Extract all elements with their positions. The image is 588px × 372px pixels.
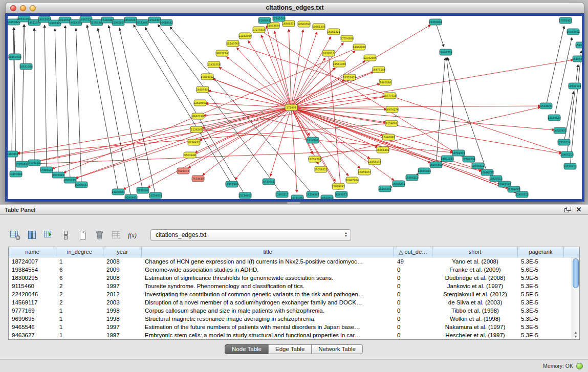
graph-node[interactable]: 8033041 xyxy=(263,179,275,185)
table-cell-short[interactable]: Dudbridge et al. (2008) xyxy=(432,274,518,282)
table-mode-button[interactable] xyxy=(8,228,22,242)
table-cell-out_degree[interactable]: 0 xyxy=(394,323,432,331)
graph-node[interactable]: 14052193 xyxy=(441,156,453,162)
table-cell-year[interactable]: 2008 xyxy=(103,257,142,266)
graph-node[interactable]: 10950431 xyxy=(75,182,88,188)
graph-edge[interactable] xyxy=(24,25,26,67)
graph-node[interactable]: 1914545 xyxy=(307,137,319,143)
table-cell-pagerank[interactable]: 5.3E-5 xyxy=(518,257,564,266)
graph-node[interactable]: 12610651 xyxy=(193,100,206,106)
table-cell-out_degree[interactable]: 0 xyxy=(394,274,432,282)
graph-edge[interactable] xyxy=(227,57,291,107)
table-cell-pagerank[interactable]: 5.9E-5 xyxy=(518,274,564,282)
graph-node[interactable]: 15440981 xyxy=(382,134,395,140)
graph-edge[interactable] xyxy=(291,96,384,107)
table-cell-out_degree[interactable]: 0 xyxy=(394,331,432,339)
table-cell-out_degree[interactable]: 0 xyxy=(394,290,432,298)
graph-node[interactable]: 1593805 xyxy=(540,103,552,109)
graph-node[interactable]: 11431058 xyxy=(207,61,220,68)
close-panel-button[interactable]: ✕ xyxy=(574,206,583,214)
graph-edge[interactable] xyxy=(546,26,564,106)
graph-node[interactable]: 11542307 xyxy=(148,17,161,23)
graph-node[interactable]: 16961321 xyxy=(327,29,340,35)
table-row[interactable]: 1830029562008Estimation of significance … xyxy=(9,274,572,282)
graph-node[interactable]: 19861305 xyxy=(312,24,325,30)
table-cell-in_degree[interactable]: 6 xyxy=(56,266,103,274)
graph-node[interactable]: 10451943 xyxy=(225,181,238,187)
graph-node[interactable]: 19131452 xyxy=(291,195,303,199)
graph-edge[interactable] xyxy=(219,67,291,107)
graph-node[interactable]: 15056512 xyxy=(314,166,327,172)
graph-node[interactable]: 16474276 xyxy=(385,106,398,113)
graph-node[interactable]: 10245301 xyxy=(378,186,391,192)
table-cell-title[interactable]: Estimation of significance thresholds fo… xyxy=(142,274,394,282)
window-titlebar[interactable]: citations_edges.txt xyxy=(5,2,584,13)
graph-node[interactable]: 17275810 xyxy=(252,27,265,33)
graph-edge[interactable] xyxy=(266,26,291,107)
graph-node[interactable]: 18958574 xyxy=(368,159,381,165)
graph-node[interactable]: 19648274 xyxy=(439,49,452,55)
graph-edge[interactable] xyxy=(291,107,554,130)
table-row[interactable]: 969969511998Structural magnetic resonanc… xyxy=(9,315,572,323)
table-cell-in_degree[interactable]: 2 xyxy=(56,282,103,290)
graph-node[interactable]: 20531008 xyxy=(19,63,32,70)
graph-edge[interactable] xyxy=(289,29,291,107)
table-cell-in_degree[interactable]: 1 xyxy=(56,315,103,323)
graph-node[interactable]: 10834012 xyxy=(201,74,213,80)
graph-node[interactable]: 8183041 xyxy=(258,17,271,24)
graph-node[interactable]: 7485086 xyxy=(379,79,391,85)
graph-node[interactable]: 16945201 xyxy=(392,181,405,187)
table-cell-short[interactable]: Tibbo et al. (1998) xyxy=(432,307,518,315)
graph-edge[interactable] xyxy=(208,91,291,107)
table-cell-in_degree[interactable]: 2 xyxy=(56,290,103,298)
table-cell-title[interactable]: Changes of HCN gene expression and I(f) … xyxy=(142,257,394,266)
graph-edge[interactable] xyxy=(291,25,431,107)
graph-edge[interactable] xyxy=(291,107,509,187)
create-column-button[interactable] xyxy=(42,228,56,242)
graph-node[interactable]: 12054791 xyxy=(308,156,321,162)
table-cell-year[interactable]: 2003 xyxy=(103,298,142,307)
graph-edge[interactable] xyxy=(119,28,156,195)
graph-edge[interactable] xyxy=(291,107,561,154)
graph-edge[interactable] xyxy=(55,29,58,175)
graph-node[interactable]: 17210554 xyxy=(557,139,570,145)
tab-edge-table[interactable]: Edge Table xyxy=(268,344,312,354)
graph-edge[interactable] xyxy=(291,107,297,192)
table-cell-in_degree[interactable]: 1 xyxy=(56,331,103,339)
graph-node[interactable]: 14520931 xyxy=(553,127,566,134)
column-header-title[interactable]: title xyxy=(142,247,394,257)
table-cell-short[interactable]: Nakamura et al. (1997) xyxy=(432,323,518,331)
graph-edge[interactable] xyxy=(291,61,365,107)
table-row[interactable]: 977716911998Corpus callosum shape and si… xyxy=(9,307,572,315)
delete-button[interactable] xyxy=(93,228,106,242)
graph-node[interactable]: 18405213 xyxy=(560,151,573,158)
graph-node[interactable]: 19581459 xyxy=(333,61,345,67)
table-cell-year[interactable]: 1997 xyxy=(103,282,142,290)
function-builder-button[interactable]: f(x) xyxy=(126,228,140,242)
graph-edge[interactable] xyxy=(570,51,581,166)
table-cell-in_degree[interactable]: 6 xyxy=(56,274,103,282)
graph-node[interactable]: 15302457 xyxy=(112,19,124,26)
column-header-year[interactable]: year xyxy=(103,247,142,257)
table-cell-year[interactable]: 1997 xyxy=(103,331,142,339)
graph-node[interactable]: 14607401 xyxy=(196,86,209,93)
graph-node[interactable]: 20947264 xyxy=(345,177,358,183)
table-cell-out_degree[interactable]: 0 xyxy=(394,282,432,290)
table-cell-in_degree[interactable]: 1 xyxy=(56,257,103,266)
graph-node[interactable]: 16946452 xyxy=(429,162,442,168)
graph-node[interactable]: 8505312 xyxy=(52,172,64,178)
graph-node[interactable]: 19420513 xyxy=(489,176,502,182)
table-cell-out_degree[interactable]: 0 xyxy=(394,298,432,307)
graph-node[interactable]: 15804213 xyxy=(405,174,418,181)
table-cell-out_degree[interactable]: 0 xyxy=(394,266,432,274)
table-cell-pagerank[interactable]: 5.3E-5 xyxy=(518,323,564,331)
graph-node[interactable]: 9280965 xyxy=(125,194,137,199)
table-cell-year[interactable]: 1998 xyxy=(103,315,142,323)
table-cell-year[interactable]: 2008 xyxy=(103,274,142,282)
table-cell-pagerank[interactable]: 5.6E-5 xyxy=(518,266,564,274)
graph-node[interactable]: 12742905 xyxy=(363,55,376,61)
graph-node[interactable]: 9605214 xyxy=(216,50,228,56)
table-cell-short[interactable]: Wolkin et al. (1998) xyxy=(432,315,518,323)
graph-node[interactable]: 14250941 xyxy=(9,171,22,177)
network-selector-dropdown[interactable]: citations_edges.txt ▲▼ xyxy=(150,229,351,241)
